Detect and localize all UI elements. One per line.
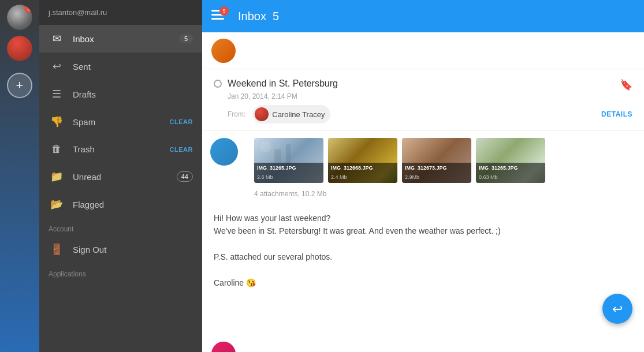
account-section-label: Account [39,218,202,235]
sidebar-item-drafts[interactable]: ☰ Drafts [39,80,202,108]
subject-row: Weekend in St. Petersburg 🔖 [214,78,632,89]
attachment-thumb[interactable]: IMG_31265.JPG 2.6 Mb [254,138,323,183]
email-date: Jan 20, 2014, 2:14 PM [228,92,632,100]
svg-rect-5 [286,144,291,167]
size-3: 2.9Mb [405,174,419,180]
avatar-primary[interactable]: 5 [7,5,32,30]
spam-icon: 👎 [49,115,65,128]
email-subject: Weekend in St. Petersburg [228,78,338,89]
sidebar-item-spam[interactable]: 👎 Spam CLEAR [39,108,202,136]
sidebar-flagged-label: Flagged [73,200,193,209]
email-header: Weekend in St. Petersburg 🔖 Jan 20, 2014… [202,69,644,131]
avatar-column: 5 + [0,0,39,352]
sidebar-item-inbox[interactable]: ✉ Inbox 5 [39,25,202,53]
filename-3: IMG_312673.JPG [405,165,468,171]
sidebar-inbox-label: Inbox [73,34,179,44]
trash-clear[interactable]: CLEAR [170,146,193,153]
body-line-2: We've been in St. Petersburg! It was gre… [214,224,632,237]
flagged-icon: 📂 [49,198,65,211]
trash-icon: 🗑 [49,143,65,155]
sidebar-trash-label: Trash [73,144,170,154]
avatar-secondary[interactable] [7,36,32,61]
size-2: 2.4 Mb [331,174,347,180]
reply-button[interactable]: ↩ [602,294,632,324]
from-row: From: Caroline Tracey DETAILS [228,105,632,123]
header-badge: 5 [219,6,229,16]
sidebar-item-sent[interactable]: ↩ Sent [39,53,202,80]
svg-point-3 [260,141,271,152]
filename-4: IMG_31265.JPG [479,165,542,171]
svg-rect-2 [211,18,224,20]
body-line-3: P.S. attached our several photos. [214,250,632,263]
avatar [211,39,236,63]
from-name: Caroline Tracey [272,110,325,119]
unread-badge: 44 [177,171,193,182]
unread-icon: 📁 [49,170,65,183]
svg-rect-4 [274,149,281,167]
sender-avatar-large [210,138,238,166]
sidebar-sent-label: Sent [73,62,193,72]
avatar-badge: 5 [24,5,32,13]
header-title: Inbox 5 [238,10,279,23]
expanded-email: Weekend in St. Petersburg 🔖 Jan 20, 2014… [202,69,644,335]
avatar [211,342,236,352]
email-body: Hi! How was your last weekend? We've bee… [202,203,644,335]
attachments-right: IMG_31265.JPG 2.6 Mb [243,131,644,203]
sidebar-drafts-label: Drafts [73,89,193,99]
body-line-1: Hi! How was your last weekend? [214,212,632,224]
from-avatar [255,107,269,121]
list-item[interactable] [202,32,644,69]
main-content: 5 Inbox 5 Weekend in St. Petersburg 🔖 Ja… [202,0,644,352]
email-content: Weekend in St. Petersburg 🔖 Jan 20, 2014… [202,32,644,352]
sidebar-item-flagged[interactable]: 📂 Flagged [39,190,202,218]
inbox-icon: ✉ [49,32,65,45]
body-line-4: Caroline 😘 [214,276,632,289]
filename-2: IMG_312668.JPG [331,165,394,171]
attachment-thumb[interactable]: IMG_31265.JPG 0.63 Mb [476,138,545,183]
attachment-thumb[interactable]: IMG_312673.JPG 2.9Mb [402,138,471,183]
sidebar-spam-label: Spam [73,117,170,127]
applications-section-label: Applications [39,263,202,280]
size-4: 0.63 Mb [479,174,498,180]
bookmark-icon[interactable]: 🔖 [620,78,632,91]
menu-button[interactable]: 5 [211,10,224,23]
attachment-thumb[interactable]: IMG_312668.JPG 2.4 Mb [328,138,397,183]
from-tag: Caroline Tracey [252,105,330,123]
drafts-icon: ☰ [49,88,65,100]
details-link[interactable]: DETAILS [601,110,632,118]
size-1: 2.6 Mb [257,174,273,180]
sidebar-unread-label: Unread [73,172,177,182]
sidebar-item-unread[interactable]: 📁 Unread 44 [39,163,202,190]
sidebar: j.stanton@mail.ru ✉ Inbox 5 ↩ Sent ☰ Dra… [39,0,202,352]
user-email: j.stanton@mail.ru [39,0,202,25]
header: 5 Inbox 5 [202,0,644,32]
signout-icon: 🚪 [49,243,65,256]
list-item[interactable] [202,335,644,352]
sidebar-item-trash[interactable]: 🗑 Trash CLEAR [39,136,202,163]
unread-dot [214,80,222,88]
compose-button[interactable]: + [7,73,32,98]
sidebar-nav: ✉ Inbox 5 ↩ Sent ☰ Drafts 👎 Spam CLEAR 🗑… [39,25,202,352]
inbox-badge: 5 [179,34,193,43]
attachments-info: 4 attachments, 10.2 Mb [243,190,644,203]
sent-icon: ↩ [49,60,65,73]
attachments-section: IMG_31265.JPG 2.6 Mb [202,131,644,203]
sidebar-signout-label: Sign Out [73,245,193,254]
attachments-row: IMG_31265.JPG 2.6 Mb [243,131,644,190]
spam-clear[interactable]: CLEAR [170,118,193,125]
sidebar-item-signout[interactable]: 🚪 Sign Out [39,235,202,263]
from-label: From: [228,110,245,118]
